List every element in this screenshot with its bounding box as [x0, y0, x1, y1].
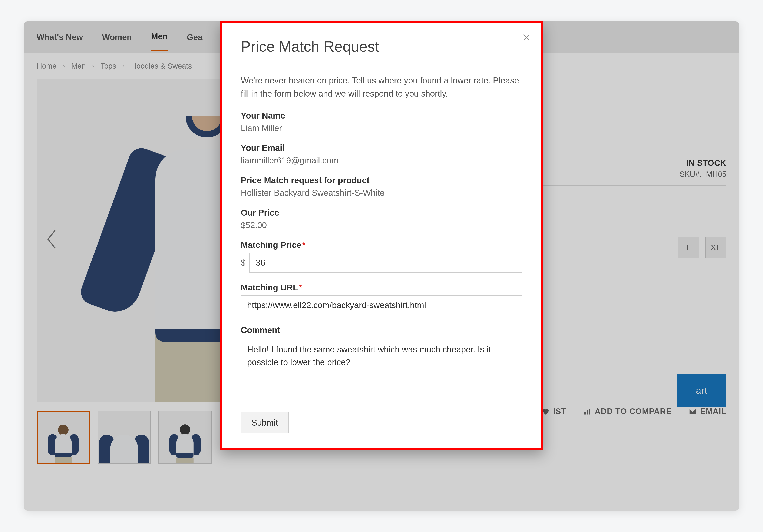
compare-label: ADD TO COMPARE	[595, 407, 672, 416]
matching-price-input-wrap: $	[241, 253, 522, 273]
field-email: Your Email liammiller619@gmail.com	[241, 143, 522, 165]
name-value: Liam Miller	[241, 124, 522, 133]
product-value: Hollister Backyard Sweatshirt-S-White	[241, 188, 522, 198]
breadcrumb-item[interactable]: Home	[37, 62, 56, 70]
envelope-icon	[689, 408, 696, 415]
name-label: Your Name	[241, 111, 522, 121]
chevron-right-icon: ›	[92, 62, 94, 69]
field-product: Price Match request for product Holliste…	[241, 176, 522, 198]
bar-chart-icon	[583, 408, 591, 415]
currency-symbol: $	[241, 258, 246, 267]
sku: SKU#: MH05	[680, 170, 726, 179]
sku-label: SKU#:	[680, 170, 702, 179]
app-frame: What's New Women Men Gea Home › Men › To…	[24, 21, 739, 511]
thumbnail[interactable]	[37, 411, 90, 464]
email-label: EMAIL	[700, 407, 726, 416]
field-name: Your Name Liam Miller	[241, 111, 522, 133]
svg-rect-1	[587, 410, 588, 414]
breadcrumb-item[interactable]: Men	[71, 62, 86, 70]
svg-rect-2	[589, 408, 590, 414]
size-option-l[interactable]: L	[678, 237, 699, 258]
close-icon	[522, 33, 531, 42]
add-to-compare-button[interactable]: ADD TO COMPARE	[583, 407, 672, 416]
matching-price-input[interactable]	[249, 253, 522, 273]
breadcrumb-item[interactable]: Hoodies & Sweats	[131, 62, 192, 70]
matching-price-label: Matching Price*	[241, 240, 522, 250]
size-option-xl[interactable]: XL	[705, 237, 726, 258]
nav-item-men[interactable]: Men	[151, 23, 167, 51]
modal-description: We're never beaten on price. Tell us whe…	[241, 74, 522, 100]
field-matching-url: Matching URL*	[241, 283, 522, 315]
chevron-right-icon: ›	[63, 62, 65, 69]
our-price-value: $52.00	[241, 221, 522, 230]
matching-url-label: Matching URL*	[241, 283, 522, 292]
nav-item-whats-new[interactable]: What's New	[37, 24, 83, 50]
price-match-modal: Price Match Request We're never beaten o…	[220, 21, 543, 450]
product-label: Price Match request for product	[241, 176, 522, 185]
matching-url-label-text: Matching URL	[241, 283, 298, 292]
required-asterisk: *	[299, 283, 302, 292]
svg-rect-0	[584, 411, 586, 414]
required-asterisk: *	[302, 240, 306, 250]
field-comment: Comment	[241, 325, 522, 390]
breadcrumb-item[interactable]: Tops	[100, 62, 116, 70]
thumbnail[interactable]	[159, 411, 212, 464]
chevron-right-icon: ›	[123, 62, 125, 69]
matching-url-input[interactable]	[241, 295, 522, 315]
gallery-prev-button[interactable]	[43, 224, 60, 254]
matching-price-label-text: Matching Price	[241, 240, 301, 250]
app-inner: What's New Women Men Gea Home › Men › To…	[24, 21, 739, 511]
nav-item-gear[interactable]: Gea	[187, 24, 202, 50]
comment-label: Comment	[241, 325, 522, 335]
email-button[interactable]: EMAIL	[689, 407, 726, 416]
field-matching-price: Matching Price* $	[241, 240, 522, 273]
add-to-cart-button[interactable]: art	[677, 374, 726, 407]
sku-value: MH05	[706, 170, 726, 179]
add-to-wishlist-button[interactable]: IST	[542, 407, 566, 416]
modal-title: Price Match Request	[241, 38, 522, 63]
wishlist-label: IST	[553, 407, 566, 416]
thumbnail[interactable]	[97, 411, 151, 464]
field-our-price: Our Price $52.00	[241, 208, 522, 230]
stock-status: IN STOCK	[686, 158, 726, 168]
email-label: Your Email	[241, 143, 522, 153]
submit-button[interactable]: Submit	[241, 412, 289, 433]
close-button[interactable]	[522, 32, 531, 44]
email-value: liammiller619@gmail.com	[241, 156, 522, 165]
chevron-left-icon	[46, 228, 57, 250]
nav-item-women[interactable]: Women	[102, 24, 132, 50]
our-price-label: Our Price	[241, 208, 522, 218]
comment-input[interactable]	[241, 338, 522, 389]
